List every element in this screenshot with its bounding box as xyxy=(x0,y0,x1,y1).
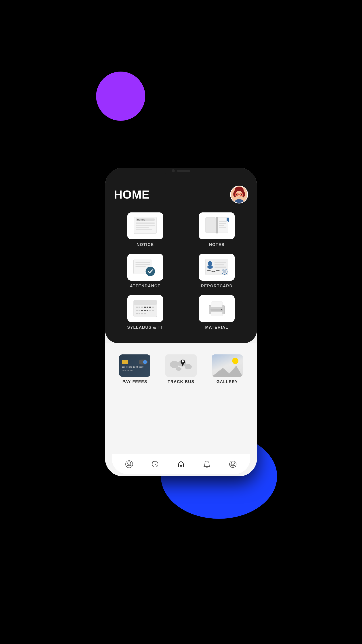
material-card xyxy=(199,295,235,322)
svg-rect-42 xyxy=(139,306,140,308)
history-icon xyxy=(151,460,159,468)
svg-rect-21 xyxy=(219,221,226,222)
svg-rect-22 xyxy=(219,223,226,224)
svg-rect-57 xyxy=(141,313,143,314)
material-icon xyxy=(203,298,230,319)
phone-frame: HOME xyxy=(105,168,257,476)
svg-point-33 xyxy=(207,265,213,269)
svg-point-81 xyxy=(231,462,235,466)
material-item[interactable]: MATERIAL xyxy=(185,295,248,330)
gallery-item[interactable]: GALLERY xyxy=(212,354,243,384)
payfees-item[interactable]: 1234 5678 1234 5678 VILAKAME PAY FEEES xyxy=(119,354,150,384)
svg-rect-43 xyxy=(141,306,143,308)
svg-point-68 xyxy=(176,367,181,371)
svg-rect-62 xyxy=(211,309,223,310)
svg-point-30 xyxy=(146,267,155,276)
nav-notifications[interactable] xyxy=(200,458,214,471)
nav-profile[interactable] xyxy=(122,458,136,471)
avatar[interactable] xyxy=(230,186,248,204)
svg-point-9 xyxy=(241,194,242,195)
notes-label: NOTES xyxy=(209,242,225,247)
svg-rect-29 xyxy=(136,266,146,268)
attendance-item[interactable]: ATTENDANCE xyxy=(114,254,177,288)
bottom-grid: 1234 5678 1234 5678 VILAKAME PAY FEEES xyxy=(112,352,250,386)
notes-card xyxy=(199,212,235,239)
svg-point-70 xyxy=(182,360,184,362)
card-chip xyxy=(122,360,128,364)
syllabus-card xyxy=(127,295,163,322)
trackbus-item[interactable]: TRACK BUS xyxy=(165,354,197,384)
svg-rect-15 xyxy=(136,225,155,226)
avatar-image xyxy=(231,186,247,203)
reportcard-icon xyxy=(203,257,230,277)
attendance-label: ATTENDANCE xyxy=(130,284,161,288)
svg-point-8 xyxy=(236,194,238,195)
notifications-icon xyxy=(203,460,211,468)
svg-rect-60 xyxy=(211,302,222,307)
svg-point-65 xyxy=(170,361,179,368)
syllabus-label: SYLLABUS & TT xyxy=(127,325,163,330)
svg-rect-18 xyxy=(206,218,216,233)
page-title: HOME xyxy=(114,188,150,201)
svg-point-74 xyxy=(128,462,131,465)
svg-rect-28 xyxy=(136,264,150,266)
svg-rect-53 xyxy=(149,310,151,311)
notice-item[interactable]: NOTICE NOTICE xyxy=(114,212,177,247)
svg-rect-16 xyxy=(136,227,149,228)
nav-account[interactable] xyxy=(226,458,240,471)
svg-point-32 xyxy=(208,261,212,266)
notch-bar xyxy=(105,168,257,181)
blob-purple xyxy=(96,72,145,121)
svg-rect-27 xyxy=(136,262,150,264)
svg-rect-41 xyxy=(136,306,138,308)
trackbus-icon xyxy=(168,356,194,376)
material-label: MATERIAL xyxy=(205,325,228,330)
svg-point-4 xyxy=(235,191,243,199)
attendance-icon xyxy=(132,257,159,277)
light-section: 1234 5678 1234 5678 VILAKAME PAY FEEES xyxy=(105,343,257,476)
nav-history[interactable] xyxy=(148,458,162,471)
svg-point-67 xyxy=(185,364,192,370)
notice-card: NOTICE xyxy=(127,212,163,239)
svg-marker-78 xyxy=(178,461,184,467)
notes-item[interactable]: NOTES xyxy=(185,212,248,247)
svg-rect-51 xyxy=(144,310,146,311)
gallery-mountain xyxy=(212,363,243,377)
gallery-card xyxy=(212,354,243,377)
svg-rect-36 xyxy=(215,266,226,268)
svg-rect-47 xyxy=(152,306,154,308)
svg-rect-55 xyxy=(136,313,138,314)
card-number: 1234 5678 1234 5678 xyxy=(122,366,148,368)
profile-icon xyxy=(125,460,133,468)
gallery-label: GALLERY xyxy=(217,380,238,384)
svg-rect-52 xyxy=(147,310,148,311)
reportcard-item[interactable]: REPORTCARD xyxy=(185,254,248,288)
svg-rect-46 xyxy=(149,306,151,308)
notice-icon: NOTICE xyxy=(132,216,159,236)
trackbus-label: TRACK BUS xyxy=(168,380,194,384)
svg-rect-20 xyxy=(216,217,218,234)
nav-bar xyxy=(112,454,250,474)
home-icon xyxy=(177,460,185,468)
svg-rect-48 xyxy=(136,310,138,311)
card-top-row xyxy=(122,360,148,364)
card-name: VILAKAME xyxy=(122,370,148,372)
svg-rect-44 xyxy=(144,306,146,308)
home-header: HOME xyxy=(114,186,248,204)
syllabus-item[interactable]: SYLLABUS & TT xyxy=(114,295,177,330)
syllabus-icon xyxy=(132,298,159,319)
gallery-card-inner xyxy=(212,354,243,377)
svg-point-38 xyxy=(223,270,226,274)
svg-rect-58 xyxy=(144,313,146,314)
svg-text:NOTICE: NOTICE xyxy=(137,219,145,221)
separator xyxy=(112,420,250,420)
account-icon xyxy=(229,460,237,468)
notes-icon xyxy=(203,216,230,236)
svg-rect-35 xyxy=(215,264,224,266)
dark-section: HOME xyxy=(105,168,257,343)
svg-rect-40 xyxy=(134,300,157,305)
main-grid: NOTICE NOTICE xyxy=(114,212,248,330)
nav-home[interactable] xyxy=(174,458,188,471)
notch-speaker xyxy=(177,170,190,172)
notice-label: NOTICE xyxy=(137,242,154,247)
